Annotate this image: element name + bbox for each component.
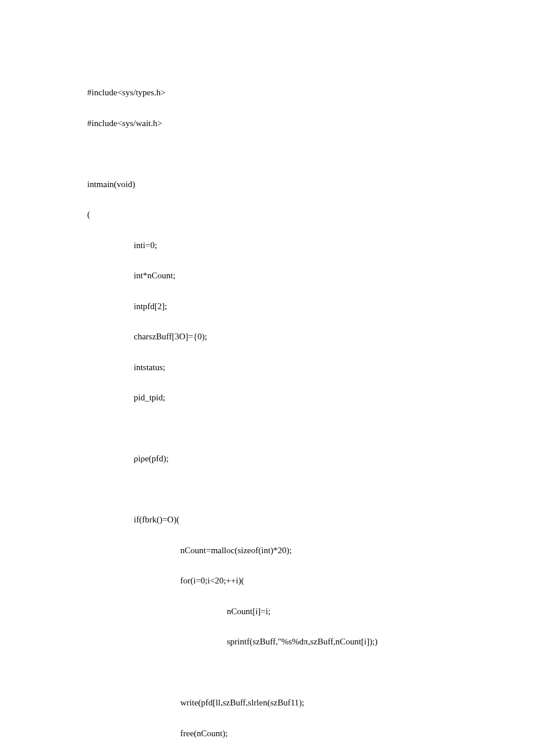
code-line: nCount=malloc(sizeof(int)*20);: [87, 543, 535, 558]
blank-line: [87, 421, 535, 436]
code-line: inti=0;: [87, 238, 535, 253]
code-line: pid_tpid;: [87, 390, 535, 405]
code-line: write(pfd[ll,szBuff,slrlen(szBuf11);: [87, 695, 535, 710]
code-line: intmain(void): [87, 177, 535, 192]
code-line: for(i=0;i<20;++i)(: [87, 573, 535, 588]
code-line: int*nCount;: [87, 268, 535, 283]
code-line: #include<sys/wait.h>: [87, 116, 535, 131]
blank-line: [87, 146, 535, 161]
code-line: intpfd[2];: [87, 299, 535, 314]
code-line: nCount[i]=i;: [87, 604, 535, 619]
code-line: if(fbrk()=O)(: [87, 512, 535, 527]
blank-line: [87, 482, 535, 497]
code-listing: #include<sys/types.h> #include<sys/wait.…: [87, 70, 535, 756]
code-line: free(nCount);: [87, 726, 535, 741]
code-line: ρiρe(pfd);: [87, 451, 535, 466]
code-line: sprintf(szBuff,"%s%dπ,szBuff,nCount[i]);…: [87, 634, 535, 649]
blank-line: [87, 665, 535, 680]
code-line: charszBuff[3O]={0);: [87, 329, 535, 344]
code-line: #include<sys/types.h>: [87, 85, 535, 100]
code-line: intstatus;: [87, 360, 535, 375]
code-line: (: [87, 207, 535, 222]
